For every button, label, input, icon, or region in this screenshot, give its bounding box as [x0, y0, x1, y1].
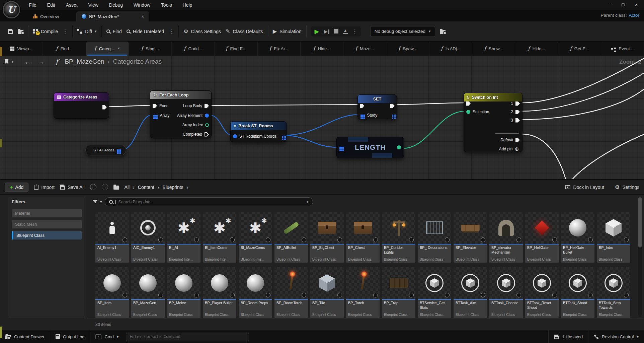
menu-item[interactable]: Window: [129, 1, 155, 9]
node-break-st-rooms[interactable]: « Break ST_Rooms ST Rooms Room Coords: [230, 121, 287, 142]
asset-tile[interactable]: BP_Torch Blueprint Class: [346, 267, 380, 318]
default-out-pin[interactable]: [515, 138, 520, 142]
case-out-pin[interactable]: [515, 118, 520, 123]
content-drawer-button[interactable]: Content Drawer: [0, 330, 50, 343]
asset-tile[interactable]: BI_ItemComs Blueprint Inte...: [203, 212, 236, 263]
breadcrumb-item[interactable]: All: [125, 185, 130, 190]
blueprint-graph-canvas[interactable]: Zoom -2 ▾ ← → ƒ BP_MazeGen › Categorize …: [0, 56, 644, 179]
graph-tab[interactable]: ƒ Spaw...: [386, 42, 429, 56]
asset-tile[interactable]: BTTask_Choose Blueprint Class: [489, 267, 523, 318]
menu-item[interactable]: File: [24, 1, 41, 9]
hide-unrelated-button[interactable]: Hide Unrelated: [127, 29, 164, 34]
chevron-down-icon[interactable]: ▾: [307, 200, 309, 204]
breadcrumb-item[interactable]: Content: [138, 185, 154, 190]
breadcrumb-parent[interactable]: BP_MazeGen: [65, 58, 104, 65]
exec-in-pin[interactable]: [360, 104, 364, 108]
exec-in-pin[interactable]: [153, 104, 157, 108]
exec-out-pin[interactable]: [390, 104, 395, 108]
loop-body-pin[interactable]: [205, 104, 209, 108]
eject-button[interactable]: ▲: [343, 29, 348, 34]
graph-tab[interactable]: Event...: [601, 42, 644, 56]
array-index-pin[interactable]: [205, 123, 209, 127]
st-rooms-in-pin[interactable]: [233, 134, 237, 138]
browse-asset-icon[interactable]: [18, 30, 23, 34]
graph-tab[interactable]: ƒ Hide...: [301, 42, 343, 56]
close-tab-icon[interactable]: ×: [117, 46, 120, 51]
asset-tile[interactable]: BP_AIBullet Blueprint Class: [274, 212, 308, 263]
graph-tab[interactable]: ƒ Categ... ×: [86, 42, 129, 56]
import-button[interactable]: Import: [34, 185, 55, 190]
add-pin-button[interactable]: Add pin⊕: [499, 146, 519, 152]
forward-button[interactable]: →: [102, 184, 108, 190]
find-button[interactable]: Find: [106, 29, 122, 34]
dock-in-layout-button[interactable]: Dock in Layout: [565, 185, 604, 190]
exec-in-pin[interactable]: [466, 101, 471, 106]
node-st-all-areas[interactable]: ST All Areas: [85, 145, 126, 155]
menu-item[interactable]: Help: [178, 1, 197, 9]
asset-tile[interactable]: BP_elevator Mechanism Blueprint Class: [489, 212, 523, 263]
search-input[interactable]: Search Blueprints ▾: [105, 197, 313, 206]
chevron-down-icon[interactable]: ▾: [12, 60, 13, 64]
parent-class-link[interactable]: Actor: [629, 13, 639, 18]
chevron-down-icon[interactable]: ▾: [100, 200, 102, 204]
asset-tile[interactable]: BP_Trap Blueprint Class: [382, 267, 415, 318]
node-set-study[interactable]: SET Study: [357, 94, 397, 119]
case-out-pin[interactable]: [515, 110, 520, 114]
graph-tab[interactable]: ƒ Find E...: [215, 42, 257, 56]
asset-tile[interactable]: BP_MazeGen Blueprint Class: [131, 267, 165, 318]
asset-tile[interactable]: BP_Intro Blueprint Class: [597, 212, 630, 263]
array-in-pin[interactable]: [339, 147, 341, 148]
output-log-button[interactable]: Output Log: [50, 330, 90, 343]
asset-tile[interactable]: BP_HellGate Blueprint Class: [525, 212, 559, 263]
asset-tile[interactable]: BP_Coridor Lights Blueprint Class: [382, 212, 415, 263]
asset-tile[interactable]: BTTask_Step Towards Blueprint Class: [597, 267, 630, 318]
asset-tile[interactable]: BP_RoomTorch Blueprint Class: [274, 267, 308, 318]
asset-tile[interactable]: BP_Room Props Blueprint Class: [239, 267, 272, 318]
asset-tile[interactable]: BP_Elevator Blueprint Class: [454, 212, 487, 263]
length-out-pin[interactable]: [397, 145, 401, 149]
asset-tile[interactable]: BP_HellGate Bullet Blueprint Class: [561, 212, 594, 263]
debug-browse-icon[interactable]: [440, 30, 446, 34]
stop-button[interactable]: [334, 29, 338, 33]
play-options-icon[interactable]: ⋮: [352, 28, 357, 35]
close-tab-icon[interactable]: ×: [142, 14, 144, 19]
asset-tile[interactable]: BP_Player Bullet Blueprint Class: [203, 267, 236, 318]
graph-tab[interactable]: ƒ Find...: [43, 42, 86, 56]
asset-tile[interactable]: BTTask_Reset Shoot Blueprint Class: [525, 267, 559, 318]
filter-item[interactable]: Blueprint Class: [12, 231, 82, 239]
graph-tab[interactable]: ƒ Get E...: [558, 42, 601, 56]
selection-pin[interactable]: [466, 110, 470, 114]
filter-item[interactable]: Static Mesh: [12, 220, 82, 228]
node-categorize-areas[interactable]: Categorize Areas: [54, 92, 109, 119]
graph-tab[interactable]: Viewp...: [0, 42, 43, 56]
asset-tile[interactable]: BP_Tile Blueprint Class: [310, 267, 344, 318]
graph-tab[interactable]: ƒ Singl...: [129, 42, 172, 56]
menu-item[interactable]: Tools: [156, 1, 177, 9]
asset-tile[interactable]: BTTask_Aim Blueprint Class: [454, 267, 487, 318]
case-out-pin[interactable]: [515, 101, 520, 106]
asset-tile[interactable]: BP_BigChest Blueprint Class: [310, 212, 344, 263]
asset-tile[interactable]: BTTask_Shoot Blueprint Class: [561, 267, 594, 318]
asset-tile[interactable]: BP_Item Blueprint Class: [95, 267, 129, 318]
filter-item[interactable]: Material: [12, 209, 82, 217]
close-button[interactable]: ×: [631, 1, 642, 9]
exec-out-pin[interactable]: [102, 105, 107, 110]
graph-tab[interactable]: ƒ Show...: [472, 42, 515, 56]
play-button[interactable]: ▶: [314, 28, 319, 35]
minimize-button[interactable]: −: [604, 1, 615, 9]
unsaved-button[interactable]: 1 Unsaved: [549, 330, 588, 343]
asset-tile[interactable]: AI_Enemy1 Blueprint Class: [95, 212, 129, 263]
menu-item[interactable]: Debug: [104, 1, 128, 9]
menu-item[interactable]: Edit: [43, 1, 60, 9]
node-for-each-loop[interactable]: ↻ For Each Loop Exec Array Loop Body Arr…: [150, 90, 212, 138]
node-switch-on-int[interactable]: Ɛ Switch on Int Selection 1 2: [464, 93, 522, 152]
node-array-length[interactable]: LENGTH: [336, 137, 404, 158]
tab-bp-mazegen[interactable]: BP_MazeGen* ×: [76, 11, 149, 21]
graph-tab[interactable]: ƒ Hide...: [515, 42, 558, 56]
asset-tile[interactable]: BP_ Decorations Blueprint Class: [418, 212, 451, 263]
study-out-pin[interactable]: [392, 115, 394, 116]
array-element-pin[interactable]: [205, 114, 209, 118]
menu-item[interactable]: View: [84, 1, 103, 9]
simulation-button[interactable]: ▶ Simulation: [273, 29, 302, 34]
breadcrumb-item[interactable]: Blueprints: [163, 185, 183, 190]
